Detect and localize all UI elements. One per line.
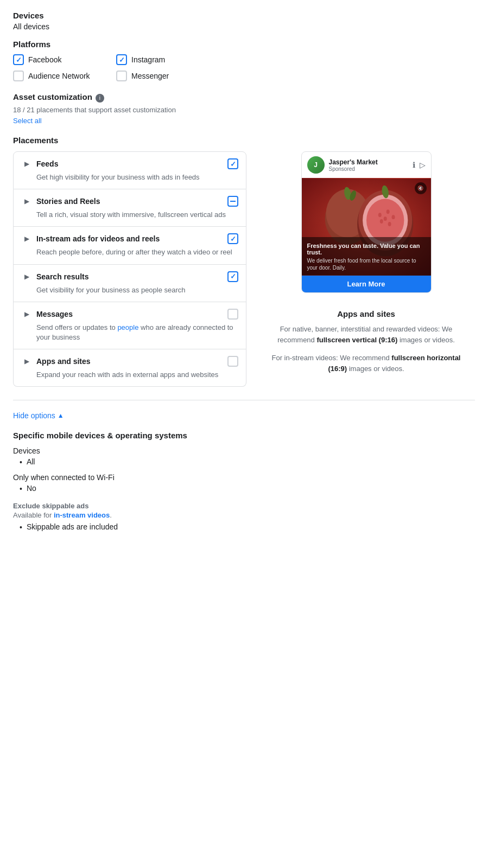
ad-overlay-title: Freshness you can taste. Value you can t… (307, 242, 426, 256)
placement-stories-header: ▶ Stories and Reels (21, 196, 238, 207)
platform-facebook[interactable]: ✓ Facebook (13, 54, 105, 65)
platforms-section: Platforms ✓ Facebook ✓ Instagram Audienc… (13, 40, 475, 81)
hide-options-link[interactable]: Hide options ▲ (13, 411, 475, 420)
wifi-value: No (27, 484, 36, 493)
platform-audience-network[interactable]: Audience Network (13, 71, 105, 81)
apps-sites-text-2: For in-stream videos: We recommend fulls… (263, 353, 470, 374)
apps-sites-desc-title: Apps and sites (263, 309, 470, 318)
search-checkmark: ✓ (230, 272, 236, 280)
ad-preview-card: J Jasper's Market Sponsored ℹ ▷ (301, 151, 432, 293)
feeds-checkbox[interactable]: ✓ (227, 158, 238, 169)
messages-checkbox[interactable] (227, 309, 238, 320)
instagram-checkmark: ✓ (119, 56, 125, 64)
messenger-checkbox[interactable] (116, 71, 127, 81)
svg-point-10 (379, 219, 383, 224)
platform-instagram[interactable]: ✓ Instagram (116, 54, 208, 65)
feeds-chevron-icon[interactable]: ▶ (21, 158, 32, 169)
instream-chevron-icon[interactable]: ▶ (21, 233, 32, 244)
asset-customization-section: Asset customization i 18 / 21 placements… (13, 92, 475, 125)
placements-layout: ▶ Feeds ✓ Get high visibility for your b… (13, 151, 475, 387)
ad-sponsored-label: Sponsored (329, 166, 408, 172)
instream-description: Reach people before, during or after the… (21, 247, 238, 257)
placement-stories-reels: ▶ Stories and Reels Tell a rich, visual … (13, 189, 246, 227)
preview-panel: J Jasper's Market Sponsored ℹ ▷ (257, 151, 475, 387)
facebook-checkmark: ✓ (16, 56, 22, 64)
ad-play-icon[interactable]: ▷ (420, 161, 426, 169)
search-chevron-icon[interactable]: ▶ (21, 271, 32, 282)
placement-messages: ▶ Messages Send offers or updates to peo… (13, 302, 246, 349)
ad-cta-button[interactable]: Learn More (302, 276, 431, 292)
devices-title: Devices (13, 11, 475, 20)
apps-sites-description: Apps and sites For native, banner, inter… (257, 304, 475, 387)
instagram-checkbox[interactable]: ✓ (116, 54, 127, 65)
page-container: Devices All devices Platforms ✓ Facebook… (0, 0, 488, 542)
apps-sites-para1-post: images or videos. (397, 336, 455, 344)
in-stream-link[interactable]: in-stream videos (54, 511, 110, 519)
placement-apps-header: ▶ Apps and sites (21, 356, 238, 367)
specific-devices-section: Specific mobile devices & operating syst… (13, 431, 475, 532)
facebook-label: Facebook (28, 55, 61, 64)
audience-network-checkbox[interactable] (13, 71, 24, 81)
skippable-label: Skippable ads are included (27, 522, 118, 531)
wifi-value-item: • No (13, 484, 475, 493)
wifi-subsection: Only when connected to Wi-Fi • No (13, 473, 475, 493)
platforms-grid: ✓ Facebook ✓ Instagram Audience Network … (13, 54, 208, 81)
placement-apps-sites: ▶ Apps and sites Expand your reach with … (13, 349, 246, 387)
apps-checkbox[interactable] (227, 356, 238, 367)
instream-checkbox[interactable]: ✓ (227, 233, 238, 244)
messages-name: Messages (36, 310, 223, 318)
placements-section: Placements ▶ Feeds ✓ Get high visibility… (13, 136, 475, 387)
svg-point-9 (391, 215, 395, 219)
platform-messenger[interactable]: Messenger (116, 71, 208, 81)
apps-chevron-icon[interactable]: ▶ (21, 356, 32, 367)
ad-overlay-desc: We deliver fresh food from the local sou… (307, 257, 426, 271)
placement-instream-header: ▶ In-stream ads for videos and reels ✓ (21, 233, 238, 244)
stories-partial-mark (230, 201, 236, 202)
devices-label: Devices (13, 446, 475, 455)
platforms-title: Platforms (13, 40, 475, 49)
apps-sites-para2-post: images or videos. (347, 365, 404, 373)
stories-chevron-icon[interactable]: ▶ (21, 196, 32, 207)
stories-checkbox[interactable] (227, 196, 238, 207)
ad-preview-header: J Jasper's Market Sponsored ℹ ▷ (302, 152, 431, 178)
devices-section: Devices All devices (13, 11, 475, 31)
exclude-subtitle-post: . (110, 511, 112, 519)
placement-messages-header: ▶ Messages (21, 309, 238, 320)
svg-point-8 (386, 209, 389, 214)
apps-sites-para1-bold: fullscreen vertical (9:16) (316, 336, 397, 344)
ad-mute-icon[interactable]: 🔇 (415, 182, 427, 194)
ad-header-icons: ℹ ▷ (413, 161, 426, 169)
ad-image-container: 🔇 Freshness you can taste. Value you can… (302, 178, 431, 276)
asset-customization-subtitle: 18 / 21 placements that support asset cu… (13, 106, 475, 114)
audience-network-label: Audience Network (28, 72, 90, 80)
info-icon[interactable]: i (96, 94, 104, 103)
ad-info-icon[interactable]: ℹ (413, 161, 415, 169)
exclude-subtitle-pre: Available for (13, 511, 54, 519)
asset-title-row: Asset customization i (13, 92, 475, 104)
skippable-item: • Skippable ads are included (13, 522, 475, 532)
apps-name: Apps and sites (36, 357, 223, 366)
search-description: Get visibility for your business as peop… (21, 285, 238, 295)
arrow-up-icon: ▲ (58, 412, 64, 419)
stories-description: Tell a rich, visual story with immersive… (21, 210, 238, 220)
ad-profile-name: Jasper's Market (329, 158, 408, 166)
messages-chevron-icon[interactable]: ▶ (21, 309, 32, 320)
asset-customization-title: Asset customization (13, 92, 92, 101)
devices-value: All devices (13, 22, 475, 31)
ad-profile-avatar: J (307, 156, 325, 174)
feeds-checkmark: ✓ (230, 160, 236, 168)
devices-subsection: Devices • All (13, 446, 475, 467)
search-checkbox[interactable]: ✓ (227, 271, 238, 282)
select-all-link[interactable]: Select all (13, 117, 42, 125)
exclude-title: Exclude skippable ads (13, 502, 475, 510)
placement-instream: ▶ In-stream ads for videos and reels ✓ R… (13, 227, 246, 264)
feeds-description: Get high visibility for your business wi… (21, 173, 238, 182)
apps-sites-para2-pre: For in-stream videos: We recommend (272, 354, 392, 362)
devices-value: All (27, 457, 35, 466)
facebook-checkbox[interactable]: ✓ (13, 54, 24, 65)
ad-image-overlay: Freshness you can taste. Value you can t… (302, 237, 431, 276)
apps-description: Expand your reach with ads in external a… (21, 370, 238, 380)
people-link[interactable]: people (117, 323, 138, 331)
placements-list: ▶ Feeds ✓ Get high visibility for your b… (13, 151, 246, 387)
svg-point-12 (383, 216, 386, 221)
